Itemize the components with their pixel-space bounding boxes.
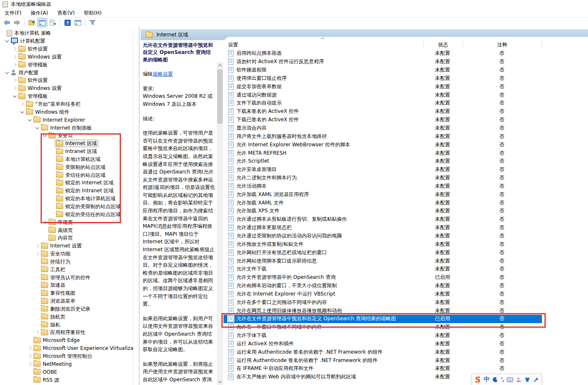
policy-row[interactable]: 在 IFRAME 中启动应用程序和文件 未配置 否 xyxy=(223,365,588,373)
tree-expander-icon[interactable] xyxy=(34,298,40,304)
tree-node[interactable]: 本地计算机 策略 xyxy=(6,30,52,37)
scroll-down-icon[interactable] xyxy=(217,378,223,385)
tree-node[interactable]: 兼容性视图 xyxy=(40,290,77,296)
tree-expander-icon[interactable] xyxy=(49,156,55,162)
tree-item[interactable]: 管理员认可的控件 xyxy=(0,273,133,281)
policy-row[interactable]: 允许活动脚本 未配置 否 xyxy=(223,182,588,191)
sogou-logo-icon[interactable]: S xyxy=(475,376,481,384)
tree-item[interactable]: NetMeeting xyxy=(0,360,133,368)
policy-row[interactable]: 运行未用 Authenticode 签名的依赖于 .NET Framework … xyxy=(223,348,588,356)
policy-row[interactable]: 下载未签名的 ActiveX 控件 未配置 否 xyxy=(223,107,588,116)
policy-row[interactable]: 允许字体下载 未配置 否 xyxy=(223,331,588,340)
menu-view[interactable]: 查看(V) xyxy=(53,9,80,17)
policy-row[interactable]: 允许安装桌面项目 未配置 否 xyxy=(223,166,588,174)
tree-item[interactable]: 常规页 xyxy=(0,218,133,226)
keyboard-icon[interactable] xyxy=(507,377,513,382)
tree-expander-icon[interactable] xyxy=(49,188,55,194)
tree-item[interactable]: 管理模板 xyxy=(0,92,133,100)
tree-node[interactable]: 软件设置 xyxy=(18,46,49,52)
tree-expander-icon[interactable] xyxy=(0,30,6,36)
tree-item[interactable]: Microsoft 管理控制台 xyxy=(0,352,133,360)
tree-node[interactable]: 管理员认可的控件 xyxy=(40,274,92,281)
tree-item[interactable]: 持续行为 xyxy=(0,258,133,265)
tree-item[interactable]: 受信任的站点区域 xyxy=(0,171,133,179)
tree-node[interactable]: 锁定的 Internet 区域 xyxy=(55,179,115,186)
moon-icon[interactable] xyxy=(493,377,498,382)
tree-node[interactable]: 隐私 xyxy=(40,321,62,328)
tree-expander-icon[interactable] xyxy=(12,77,18,83)
tree-expander-icon[interactable] xyxy=(19,109,25,115)
policy-row[interactable]: 启用跨站点脚本筛选 未配置 否 xyxy=(223,49,588,58)
tree-item[interactable]: Microsoft User Experience Virtualization xyxy=(0,344,133,352)
wrench-icon[interactable] xyxy=(533,377,539,382)
tree-node[interactable]: Internet 设置 xyxy=(40,242,83,249)
policy-row[interactable]: 允许 Internet Explorer WebBrowser 控件的脚本 未配… xyxy=(223,140,588,149)
tree-node[interactable]: NetMeeting xyxy=(33,361,73,367)
tree-item[interactable]: 本地计算机区域 xyxy=(0,156,133,163)
tree-item[interactable]: 内容页 xyxy=(0,234,133,242)
show-console-tree-icon[interactable] xyxy=(38,18,47,27)
tree-node[interactable]: 本地计算机区域 xyxy=(55,156,102,163)
tree-item[interactable]: RSS 源 xyxy=(0,376,133,384)
edit-policy-setting-link[interactable]: 策略设置 xyxy=(153,71,173,77)
tree-expander-icon[interactable] xyxy=(27,345,33,351)
tree-expander-icon[interactable] xyxy=(34,329,40,335)
tree-item[interactable]: 删除浏览历史记录 xyxy=(0,305,133,313)
person-icon[interactable] xyxy=(516,377,521,382)
tree-item[interactable]: 计算机配置 xyxy=(0,37,133,45)
tree-node[interactable]: Microsoft User Experience Virtualization xyxy=(33,345,134,352)
forward-arrow-icon[interactable] xyxy=(13,18,22,27)
tree-expander-icon[interactable] xyxy=(34,282,40,288)
policy-row[interactable]: 允许 Scriptlet 未配置 否 xyxy=(223,157,588,166)
tree-item[interactable]: 高级页 xyxy=(0,226,133,234)
tree-item[interactable]: 隐私 xyxy=(0,321,133,329)
chinese-mode-icon[interactable]: 中 xyxy=(484,376,490,383)
tree-expander-icon[interactable] xyxy=(42,219,48,225)
tree-expander-icon[interactable] xyxy=(4,38,10,44)
tree-node[interactable]: 常规页 xyxy=(48,219,74,226)
menu-help[interactable]: 帮助(H) xyxy=(79,9,106,17)
column-header-settings[interactable]: 设置 xyxy=(228,41,238,48)
tree-expander-icon[interactable] xyxy=(12,62,18,68)
tree-expander-icon[interactable] xyxy=(49,164,55,170)
tree-item[interactable]: Windows 组件 xyxy=(0,108,133,116)
tree-node[interactable]: Windows 设置 xyxy=(18,54,63,60)
tree-expander-icon[interactable] xyxy=(42,227,48,233)
tree-item[interactable]: 安全页 xyxy=(0,132,133,140)
tree-node[interactable]: 管理模板 xyxy=(18,93,49,99)
back-arrow-icon[interactable] xyxy=(2,18,11,27)
policy-row[interactable]: 显示混合内容 未配置 否 xyxy=(223,124,588,133)
tree-node[interactable]: 持续行为 xyxy=(40,258,72,265)
tree-node[interactable]: 工具栏 xyxy=(40,266,67,273)
tree-expander-icon[interactable] xyxy=(34,125,40,131)
tree-item[interactable]: “开始”菜单和任务栏 xyxy=(0,100,133,108)
policy-row[interactable]: 下载已签名的 ActiveX 控件 未配置 否 xyxy=(223,116,588,124)
tree-node[interactable]: 加速器 xyxy=(40,282,67,288)
tree-node[interactable]: 受信任的站点区域 xyxy=(55,172,107,178)
tree-item[interactable]: 安全功能 xyxy=(0,250,133,258)
tree-expander-icon[interactable] xyxy=(12,93,18,99)
policy-row[interactable]: 允许通过脚本从剪贴板进行剪切、复制或粘贴操作 未配置 否 xyxy=(223,215,588,224)
tree-node[interactable]: Internet 控制面板 xyxy=(40,125,93,131)
tree-node[interactable]: 锁定的本地计算机区域 xyxy=(55,195,117,202)
tree-item[interactable]: 锁定的受信任的站点区域 xyxy=(0,210,133,218)
column-separator[interactable] xyxy=(542,41,542,49)
policy-row[interactable]: 用户将文件上载到服务器时包含本地路径 未配置 否 xyxy=(223,132,588,140)
tree-node[interactable]: Internet 区域 xyxy=(55,140,98,147)
tree-expander-icon[interactable] xyxy=(49,172,55,178)
policy-row[interactable]: 允许拖放文件或复制/粘贴文件 未配置 否 xyxy=(223,240,588,248)
tree-node[interactable]: 安全页 xyxy=(48,132,74,139)
policy-row[interactable]: 允许文件资源管理器中的 OpenSearch 查询 已启用 否 xyxy=(223,273,588,282)
tree-node[interactable]: Microsoft Edge xyxy=(33,337,81,344)
tree-item[interactable]: 受限制的站点区域 xyxy=(0,163,133,171)
tree-expander-icon[interactable] xyxy=(27,361,33,367)
punctuation-mode-icon[interactable]: ’, xyxy=(501,377,504,382)
policy-row[interactable]: 软件频道权限 未配置 否 xyxy=(223,66,588,74)
tree-item[interactable]: 软件设置 xyxy=(0,45,133,53)
policy-row[interactable]: 允许网站使用脚本窗口提示获得信息 未配置 否 xyxy=(223,257,588,265)
tree-expander-icon[interactable] xyxy=(34,259,40,265)
tree-node[interactable]: Microsoft 管理控制台 xyxy=(33,353,93,360)
tree-item[interactable]: Microsoft Edge xyxy=(0,337,133,344)
tree-item[interactable]: Intranet 区域 xyxy=(0,148,133,156)
policy-row[interactable]: 文件下载的自动提示 未配置 否 xyxy=(223,99,588,107)
